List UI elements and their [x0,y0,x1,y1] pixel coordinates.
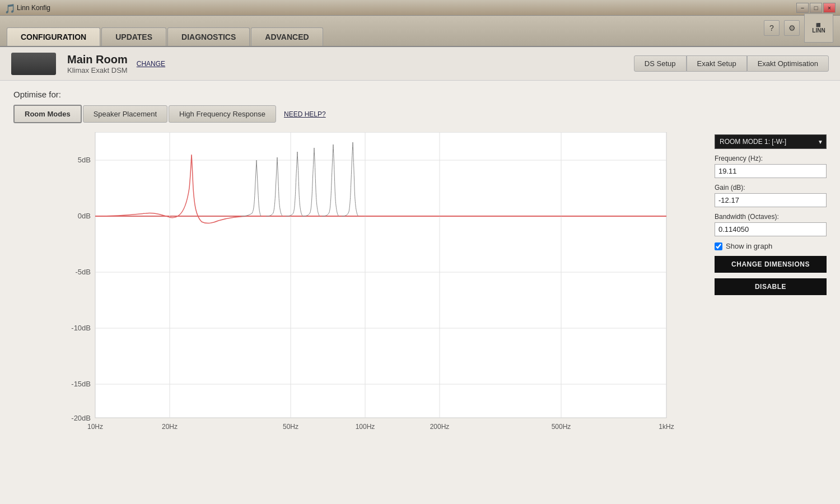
device-image [11,53,56,75]
svg-text:-10dB: -10dB [71,324,91,332]
change-dimensions-button[interactable]: CHANGE DIMENSIONS [715,256,827,273]
frequency-label: Frequency (Hz): [715,155,827,162]
setup-buttons: DS Setup Exakt Setup Exakt Optimisation [634,55,829,72]
svg-text:50Hz: 50Hz [283,423,298,431]
device-name: Main Room [67,53,128,66]
disable-button[interactable]: DISABLE [715,278,827,295]
frequency-field: Frequency (Hz): [715,155,827,178]
svg-text:-15dB: -15dB [71,380,91,388]
tab-advanced[interactable]: ADVANCED [251,27,323,46]
svg-text:-5dB: -5dB [76,268,91,276]
nav-bar: CONFIGURATION UPDATES DIAGNOSTICS ADVANC… [0,16,840,47]
bandwidth-field: Bandwidth (Octaves): [715,213,827,236]
device-model: Klimax Exakt DSM [67,66,128,74]
tab-high-frequency[interactable]: High Frequency Response [169,105,276,123]
svg-text:5dB: 5dB [78,156,91,164]
svg-text:100Hz: 100Hz [356,423,375,431]
change-device-link[interactable]: CHANGE [137,60,165,68]
tab-diagnostics[interactable]: DIAGNOSTICS [167,27,250,46]
need-help-link[interactable]: NEED HELP? [284,110,326,118]
tab-room-modes[interactable]: Room Modes [13,105,82,123]
bandwidth-input[interactable] [715,222,827,236]
gain-input[interactable] [715,193,827,207]
right-panel: ROOM MODE 1: [-W-] ▼ Frequency (Hz): Gai… [715,132,827,435]
frequency-input[interactable] [715,164,827,178]
svg-text:1kHz: 1kHz [659,423,674,431]
show-graph-row: Show in graph [715,242,827,250]
ds-setup-button[interactable]: DS Setup [634,55,687,72]
device-header: Main Room Klimax Exakt DSM CHANGE DS Set… [0,47,840,81]
svg-text:-20dB: -20dB [71,414,91,422]
gear-icon[interactable]: ⚙ [784,20,800,36]
svg-text:500Hz: 500Hz [552,423,571,431]
room-mode-wrapper: ROOM MODE 1: [-W-] ▼ [715,134,827,149]
chart-container: 5dB 0dB -5dB -10dB -15dB -20dB 10Hz 20Hz… [13,132,827,435]
help-icon[interactable]: ? [764,20,780,36]
svg-text:10Hz: 10Hz [87,423,103,431]
show-graph-label[interactable]: Show in graph [726,242,772,250]
frequency-chart: 5dB 0dB -5dB -10dB -15dB -20dB 10Hz 20Hz… [13,132,703,435]
tab-updates[interactable]: UPDATES [101,27,166,46]
room-mode-select[interactable]: ROOM MODE 1: [-W-] [715,134,827,149]
svg-text:0dB: 0dB [78,212,91,220]
minimize-button[interactable]: − [796,3,809,13]
title-bar: 🎵 Linn Konfig − □ × [0,0,840,16]
app-icon: 🎵 [4,3,13,12]
main-content: Optimise for: Room Modes Speaker Placeme… [0,81,840,444]
gain-field: Gain (dB): [715,184,827,207]
show-graph-checkbox[interactable] [715,242,722,250]
linn-logo: ⬛ LINN [804,13,833,43]
svg-rect-0 [95,132,666,418]
optimise-tab-row: Room Modes Speaker Placement High Freque… [13,105,827,123]
maximize-button[interactable]: □ [810,3,822,13]
nav-icons: ? ⚙ ⬛ LINN [764,13,833,46]
tab-speaker-placement[interactable]: Speaker Placement [83,105,167,123]
bandwidth-label: Bandwidth (Octaves): [715,213,827,221]
svg-text:200Hz: 200Hz [430,423,450,431]
chart-area: 5dB 0dB -5dB -10dB -15dB -20dB 10Hz 20Hz… [13,132,703,435]
gain-label: Gain (dB): [715,184,827,192]
tab-configuration[interactable]: CONFIGURATION [7,27,100,46]
exakt-setup-button[interactable]: Exakt Setup [687,55,747,72]
window-controls: − □ × [796,3,836,13]
exakt-optimisation-button[interactable]: Exakt Optimisation [747,55,829,72]
title-bar-text: Linn Konfig [17,4,796,12]
optimise-label: Optimise for: [13,90,827,99]
close-button[interactable]: × [823,3,836,13]
svg-text:20Hz: 20Hz [162,423,178,431]
